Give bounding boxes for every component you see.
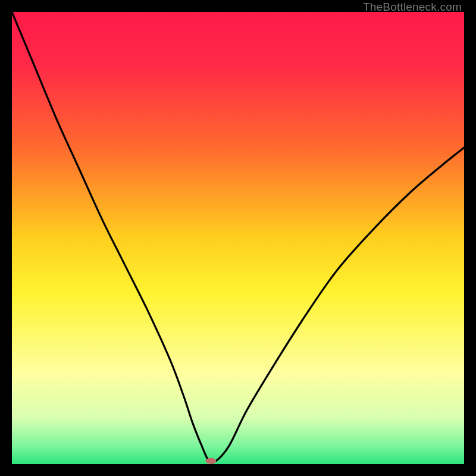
gradient-background xyxy=(12,12,464,464)
chart-frame xyxy=(12,12,464,464)
chart-svg xyxy=(12,12,464,464)
min-marker xyxy=(205,458,216,464)
watermark-text: TheBottleneck.com xyxy=(363,1,462,14)
